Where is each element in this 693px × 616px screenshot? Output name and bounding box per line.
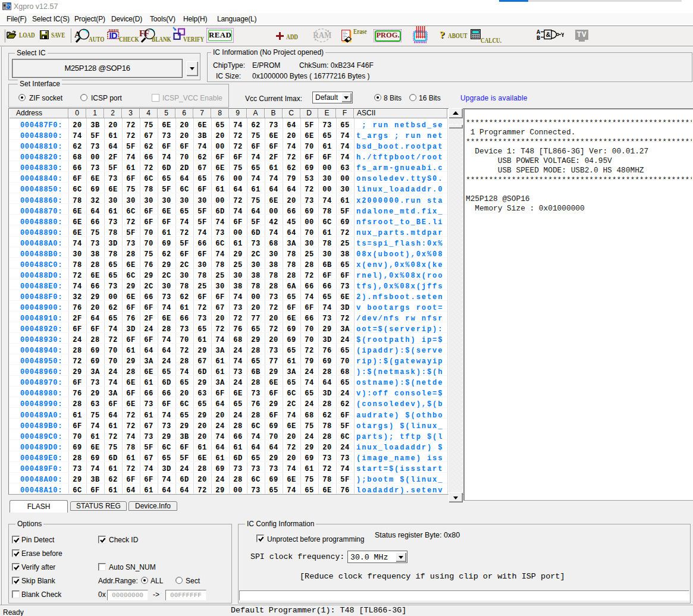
svg-text:ID: ID [109, 31, 118, 40]
svg-text:RAM: RAM [313, 31, 331, 40]
svg-text:B: B [537, 35, 540, 40]
svg-text:&: & [546, 31, 551, 38]
svg-text:Y: Y [561, 32, 564, 39]
